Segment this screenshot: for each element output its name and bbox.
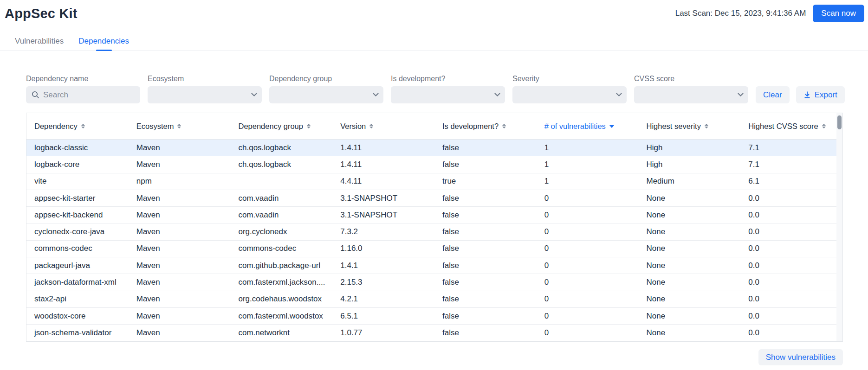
cell-vulnerabilities: 0 [537,207,639,223]
cell-version: 7.3.2 [332,223,434,240]
cell-is-development: false [434,257,537,274]
cell-ecosystem: Maven [129,325,231,341]
sort-icon [177,124,181,128]
cell-is-development: false [434,241,537,257]
cell-dependency: jackson-dataformat-xml [26,274,129,290]
cell-ecosystem: npm [129,173,231,190]
cell-dependency: appsec-kit-backend [26,207,129,223]
cell-is-development: false [434,190,537,206]
cell-highest-severity: None [639,207,741,223]
table-row[interactable]: cyclonedx-core-javaMavenorg.cyclonedx7.3… [26,223,842,240]
cell-highest-cvss: 0.0 [740,325,842,341]
table-row[interactable]: jackson-dataformat-xmlMavencom.fasterxml… [26,274,842,291]
scrollbar-thumb[interactable] [837,115,842,129]
cell-version: 4.2.1 [332,291,434,307]
cell-version: 3.1-SNAPSHOT [332,190,434,206]
table-row[interactable]: packageurl-javaMavencom.github.package-u… [26,257,842,274]
column-header-version[interactable]: Version [332,113,434,139]
table-row[interactable]: woodstox-coreMavencom.fasterxml.woodstox… [26,308,842,325]
column-header-highest-cvss-score[interactable]: Highest CVSS score [740,113,842,139]
table-row[interactable]: json-schema-validatorMavencom.networknt1… [26,325,842,341]
cell-vulnerabilities: 0 [537,190,639,206]
clear-button[interactable]: Clear [756,86,790,103]
filter-dependency-name: Dependency name [26,74,140,103]
filter-buttons: Clear Export [756,86,845,103]
footer: Show vulnerabilities [26,349,843,365]
cell-vulnerabilities: 0 [537,308,639,324]
cell-dependency: commons-codec [26,241,129,257]
cell-ecosystem: Maven [129,223,231,240]
show-vulnerabilities-button[interactable]: Show vulnerabilities [758,349,843,365]
active-tab-indicator [96,50,112,51]
select-is-development[interactable] [391,86,505,103]
cell-ecosystem: Maven [129,156,231,172]
cell-version: 3.1-SNAPSHOT [332,207,434,223]
cell-highest-severity: Medium [639,173,741,190]
sort-icon [502,124,506,128]
search-icon [32,91,39,99]
column-header-is-development[interactable]: Is development? [434,113,537,139]
cell-is-development: false [434,291,537,307]
cell-ecosystem: Maven [129,291,231,307]
tab-dependencies[interactable]: Dependencies [71,32,136,51]
column-label: Highest severity [647,122,701,131]
sort-icon [307,124,311,128]
cell-ecosystem: Maven [129,308,231,324]
cell-ecosystem: Maven [129,274,231,290]
select-severity[interactable] [512,86,627,103]
cell-dependency: packageurl-java [26,257,129,274]
cell-highest-cvss: 0.0 [740,223,842,240]
table-scrollbar[interactable] [836,113,842,341]
table-row[interactable]: appsec-kit-backendMavencom.vaadin3.1-SNA… [26,207,842,223]
search-field[interactable] [26,86,140,103]
cell-is-development: false [434,223,537,240]
select-dependency-group[interactable] [269,86,383,103]
sort-icon [81,124,85,128]
table-row[interactable]: vitenpm4.4.11true1Medium6.1 [26,173,842,190]
filter-label: Dependency group [269,74,383,83]
search-input[interactable] [43,90,135,100]
cell-dependency: cyclonedx-core-java [26,223,129,240]
cell-version: 1.4.11 [332,140,434,156]
table-row[interactable]: commons-codecMavencommons-codec1.16.0fal… [26,241,842,257]
cell-highest-severity: None [639,257,741,274]
filter-is-development: Is development? [391,74,505,103]
column-label: Dependency [34,122,78,131]
cell-highest-cvss: 0.0 [740,207,842,223]
table-header: DependencyEcosystemDependency groupVersi… [26,113,842,140]
column-header-dependency-group[interactable]: Dependency group [231,113,333,139]
cell-vulnerabilities: 0 [537,223,639,240]
cell-highest-cvss: 0.0 [740,241,842,257]
column-header-ecosystem[interactable]: Ecosystem [129,113,231,139]
column-label: Is development? [442,122,499,131]
cell-dependency: logback-classic [26,140,129,156]
filter-ecosystem: Ecosystem [148,74,262,103]
select-ecosystem[interactable] [148,86,262,103]
cell-highest-severity: None [639,241,741,257]
select-cvss-score[interactable] [634,86,748,103]
cell-version: 1.0.77 [332,325,434,341]
tab-label: Dependencies [78,37,129,46]
filter-label: Ecosystem [148,74,262,83]
cell-highest-cvss: 6.1 [740,173,842,190]
chevron-down-icon [494,90,500,96]
cell-group: com.vaadin [231,190,333,206]
column-header-of-vulnerabilities[interactable]: # of vulnerabilities [537,113,639,139]
cell-dependency: appsec-kit-starter [26,190,129,206]
export-button[interactable]: Export [796,86,845,103]
cell-highest-severity: None [639,325,741,341]
cell-vulnerabilities: 0 [537,291,639,307]
sort-icon [822,124,826,128]
table-row[interactable]: appsec-kit-starterMavencom.vaadin3.1-SNA… [26,190,842,207]
table-row[interactable]: logback-coreMavench.qos.logback1.4.11fal… [26,156,842,173]
column-label: Ecosystem [136,122,174,131]
table-row[interactable]: stax2-apiMavenorg.codehaus.woodstox4.2.1… [26,291,842,308]
column-label: Highest CVSS score [748,122,818,131]
scan-now-button[interactable]: Scan now [813,5,864,22]
sort-icon [369,124,373,128]
column-header-highest-severity[interactable]: Highest severity [639,113,741,139]
table-row[interactable]: logback-classicMavench.qos.logback1.4.11… [26,140,842,156]
tab-vulnerabilities[interactable]: Vulnerabilities [7,32,71,51]
column-header-dependency[interactable]: Dependency [26,113,129,139]
cell-group: com.fasterxml.jackson.... [231,274,333,290]
